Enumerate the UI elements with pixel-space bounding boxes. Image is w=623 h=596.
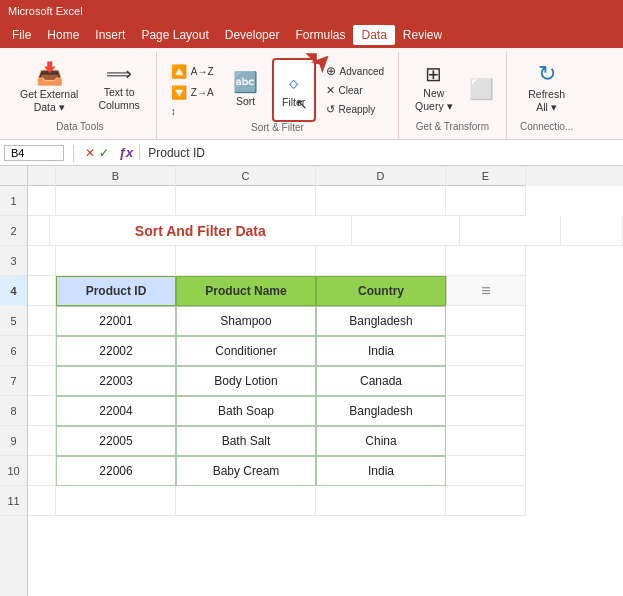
cancel-icon[interactable]: ✕ <box>85 146 95 160</box>
cell-c3[interactable] <box>176 246 316 276</box>
header-product-name: Product Name <box>205 284 286 298</box>
cell-c2[interactable] <box>352 216 460 246</box>
sort-button[interactable]: 🔤 Sort <box>224 58 268 122</box>
cell-b4-header[interactable]: Product ID <box>56 276 176 306</box>
cell-e6[interactable] <box>446 336 526 366</box>
cell-b2-title[interactable]: Sort And Filter Data <box>50 216 352 246</box>
menu-review[interactable]: Review <box>395 25 450 45</box>
cell-e9[interactable] <box>446 426 526 456</box>
menu-developer[interactable]: Developer <box>217 25 288 45</box>
cell-d9[interactable]: China <box>316 426 446 456</box>
cell-e1[interactable] <box>446 186 526 216</box>
col-headers: B C D E <box>28 166 623 186</box>
col-header-b[interactable]: B <box>56 166 176 186</box>
menu-insert[interactable]: Insert <box>87 25 133 45</box>
cell-e3[interactable] <box>446 246 526 276</box>
cell-a4[interactable] <box>28 276 56 306</box>
cell-b10[interactable]: 22006 <box>56 456 176 486</box>
cell-e2[interactable] <box>561 216 623 246</box>
cell-e11[interactable] <box>446 486 526 516</box>
show-queries-button[interactable]: ⬜ <box>465 57 498 121</box>
cell-c9[interactable]: Bath Salt <box>176 426 316 456</box>
col-header-d[interactable]: D <box>316 166 446 186</box>
cell-c1[interactable] <box>176 186 316 216</box>
cell-d5[interactable]: Bangladesh <box>316 306 446 336</box>
menu-file[interactable]: File <box>4 25 39 45</box>
cell-a11[interactable] <box>28 486 56 516</box>
cell-b7[interactable]: 22003 <box>56 366 176 396</box>
get-transform-label: Get & Transform <box>416 121 489 135</box>
ribbon-group-sort-filter: 🔼 A→Z 🔽 Z→A ↕ 🔤 Sort ⬦ Filter <box>157 52 399 139</box>
cell-b11[interactable] <box>56 486 176 516</box>
cell-a9[interactable] <box>28 426 56 456</box>
cell-a3[interactable] <box>28 246 56 276</box>
cell-b8[interactable]: 22004 <box>56 396 176 426</box>
cell-d1[interactable] <box>316 186 446 216</box>
confirm-icon[interactable]: ✓ <box>99 146 109 160</box>
filter-button[interactable]: ⬦ Filter ↖ <box>272 58 316 122</box>
reapply-button[interactable]: ↺ Reapply <box>320 101 390 118</box>
title-bar: Microsoft Excel <box>0 0 623 22</box>
cell-b1[interactable] <box>56 186 176 216</box>
cell-b6[interactable]: 22002 <box>56 336 176 366</box>
get-external-data-label: Get ExternalData ▾ <box>20 88 78 113</box>
cell-e8[interactable] <box>446 396 526 426</box>
cell-c7[interactable]: Body Lotion <box>176 366 316 396</box>
cell-b3[interactable] <box>56 246 176 276</box>
cell-a2[interactable] <box>28 216 50 246</box>
cell-a8[interactable] <box>28 396 56 426</box>
get-external-data-button[interactable]: 📥 Get ExternalData ▾ <box>12 57 86 121</box>
cell-b9[interactable]: 22005 <box>56 426 176 456</box>
cell-d8[interactable]: Bangladesh <box>316 396 446 426</box>
text-to-columns-button[interactable]: ⟹ Text toColumns <box>90 57 147 121</box>
refresh-all-button[interactable]: ↻ RefreshAll ▾ <box>520 57 573 121</box>
cell-b5[interactable]: 22001 <box>56 306 176 336</box>
menu-home[interactable]: Home <box>39 25 87 45</box>
col-header-c[interactable]: C <box>176 166 316 186</box>
sort-custom-button[interactable]: ↕ <box>165 104 220 119</box>
cell-c10[interactable]: Baby Cream <box>176 456 316 486</box>
row-6: 22002 Conditioner India <box>28 336 623 366</box>
name-box[interactable]: B4 <box>4 145 64 161</box>
cell-c6[interactable]: Conditioner <box>176 336 316 366</box>
cell-e5[interactable] <box>446 306 526 336</box>
menu-page-layout[interactable]: Page Layout <box>133 25 216 45</box>
row-4: Product ID Product Name Country ≡ <box>28 276 623 306</box>
menu-formulas[interactable]: Formulas <box>287 25 353 45</box>
formula-content[interactable]: Product ID <box>144 146 619 160</box>
row-num-7: 7 <box>0 366 27 396</box>
advanced-filter-label: Advanced <box>340 66 384 77</box>
cell-a6[interactable] <box>28 336 56 366</box>
cell-c5[interactable]: Shampoo <box>176 306 316 336</box>
col-header-blank <box>28 166 56 186</box>
col-header-e[interactable]: E <box>446 166 526 186</box>
cell-a1[interactable] <box>28 186 56 216</box>
cell-e10[interactable] <box>446 456 526 486</box>
cell-a10[interactable] <box>28 456 56 486</box>
cell-d10[interactable]: India <box>316 456 446 486</box>
cell-d7[interactable]: Canada <box>316 366 446 396</box>
cell-e4[interactable]: ≡ <box>446 276 526 306</box>
sort-za-button[interactable]: 🔽 Z→A <box>165 83 220 102</box>
cell-d3[interactable] <box>316 246 446 276</box>
cell-d11[interactable] <box>316 486 446 516</box>
cell-a7[interactable] <box>28 366 56 396</box>
reapply-icon: ↺ <box>326 103 335 116</box>
cell-c4-header[interactable]: Product Name <box>176 276 316 306</box>
scrollbar-indicator: ≡ <box>481 282 490 300</box>
cell-c11[interactable] <box>176 486 316 516</box>
cell-c8[interactable]: Bath Soap <box>176 396 316 426</box>
clear-button[interactable]: ✕ Clear <box>320 82 390 99</box>
cell-d2[interactable] <box>460 216 561 246</box>
cell-a5[interactable] <box>28 306 56 336</box>
cell-d4-header[interactable]: Country <box>316 276 446 306</box>
menu-data[interactable]: Data <box>353 25 394 45</box>
new-query-button[interactable]: ⊞ NewQuery ▾ <box>407 57 461 121</box>
sort-az-button[interactable]: 🔼 A→Z <box>165 62 220 81</box>
cell-d6[interactable]: India <box>316 336 446 366</box>
cursor-icon: ↖ <box>296 96 308 112</box>
spreadsheet: 1 2 3 4 5 6 7 8 9 10 11 B C D E <box>0 166 623 596</box>
text-to-columns-icon: ⟹ <box>106 65 132 83</box>
ribbon-buttons-connections: ↻ RefreshAll ▾ <box>520 56 573 121</box>
cell-e7[interactable] <box>446 366 526 396</box>
